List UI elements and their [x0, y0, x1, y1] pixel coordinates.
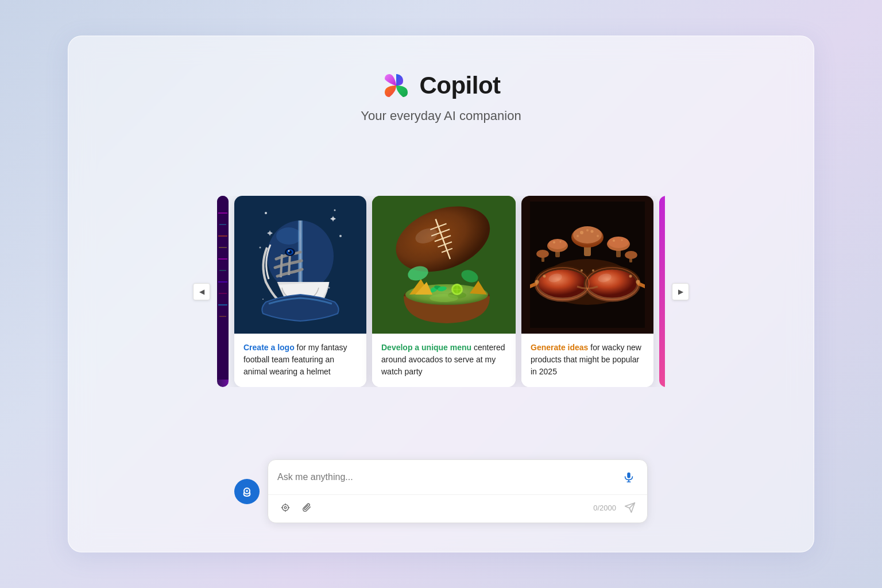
header: Copilot Your everyday AI companion [361, 71, 521, 123]
svg-point-57 [597, 235, 599, 237]
svg-point-55 [586, 229, 589, 231]
svg-rect-92 [627, 473, 630, 478]
svg-point-95 [283, 505, 289, 511]
card1-highlight: Create a logo [243, 343, 295, 352]
svg-point-87 [581, 269, 583, 272]
microphone-icon [622, 471, 635, 483]
card-wacky-products[interactable]: Generate ideas for wacky new products th… [521, 196, 653, 387]
svg-point-54 [591, 230, 594, 233]
card3-highlight: Generate ideas [531, 343, 588, 352]
svg-point-16 [262, 299, 264, 300]
carousel-prev-button[interactable]: ◀ [193, 283, 210, 300]
carousel-track: Create a logo for my fantasy football te… [217, 196, 665, 387]
card3-text: Generate ideas for wacky new products th… [531, 342, 644, 378]
focus-tool-button[interactable] [277, 500, 293, 516]
send-button[interactable] [622, 500, 638, 516]
card2-image [372, 196, 516, 334]
svg-point-66 [613, 239, 615, 242]
svg-point-88 [592, 269, 594, 272]
svg-point-11 [265, 212, 267, 214]
microphone-button[interactable] [620, 468, 638, 486]
svg-point-62 [560, 241, 562, 243]
card1-image [234, 196, 366, 334]
svg-point-67 [621, 239, 623, 241]
input-box-wrapper: 0/2000 [268, 459, 648, 523]
svg-point-86 [543, 275, 546, 278]
main-container: Copilot Your everyday AI companion ◀ [68, 36, 814, 552]
card3-text-area: Generate ideas for wacky new products th… [521, 334, 653, 387]
svg-line-20 [289, 253, 290, 275]
svg-point-12 [334, 210, 336, 211]
svg-point-96 [284, 506, 287, 509]
focus-icon [280, 502, 291, 513]
logo-row: Copilot [381, 71, 500, 100]
input-meta: 0/2000 [593, 500, 638, 516]
svg-point-38 [430, 294, 458, 302]
attach-tool-button[interactable] [299, 500, 315, 516]
svg-point-89 [629, 275, 632, 278]
input-bottom: 0/2000 [268, 494, 647, 523]
svg-point-52 [573, 226, 602, 243]
card1-text: Create a logo for my fantasy football te… [243, 342, 357, 378]
char-count: 0/2000 [593, 504, 616, 512]
card-partial-left [217, 196, 229, 387]
card-fantasy-football[interactable]: Create a logo for my fantasy football te… [234, 196, 366, 387]
copilot-logo-icon [381, 71, 411, 100]
app-subtitle: Your everyday AI companion [361, 109, 521, 123]
app-title: Copilot [419, 72, 500, 99]
card3-image [521, 196, 653, 334]
card1-text-area: Create a logo for my fantasy football te… [234, 334, 366, 387]
carousel-section: ◀ [103, 196, 779, 387]
headset-icon [240, 485, 254, 498]
svg-point-60 [548, 239, 567, 249]
copilot-assistant-button[interactable] [234, 479, 260, 504]
svg-point-71 [625, 251, 637, 259]
svg-point-18 [276, 227, 301, 245]
svg-rect-0 [217, 196, 229, 380]
card2-highlight: Develop a unique menu [381, 343, 471, 352]
svg-point-69 [536, 250, 549, 258]
svg-point-56 [577, 235, 579, 237]
input-tools [277, 500, 315, 516]
svg-point-61 [553, 241, 555, 243]
carousel-next-button[interactable]: ▶ [672, 283, 689, 300]
send-icon [624, 502, 636, 513]
input-section: 0/2000 [234, 459, 648, 523]
svg-point-24 [288, 250, 290, 252]
paperclip-icon [302, 502, 312, 513]
svg-line-19 [281, 254, 282, 277]
svg-point-14 [339, 235, 342, 237]
card-partial-right [659, 196, 665, 387]
input-row: 0/2000 [234, 459, 648, 523]
input-top [268, 460, 647, 494]
card2-text-area: Develop a unique menu centered around av… [372, 334, 516, 387]
svg-point-13 [260, 247, 261, 249]
card-avocado-menu[interactable]: Develop a unique menu centered around av… [372, 196, 516, 387]
svg-point-91 [246, 490, 248, 492]
svg-point-53 [580, 231, 583, 234]
chat-input[interactable] [277, 472, 614, 482]
card2-text: Develop a unique menu centered around av… [381, 342, 506, 378]
svg-point-65 [608, 237, 629, 248]
